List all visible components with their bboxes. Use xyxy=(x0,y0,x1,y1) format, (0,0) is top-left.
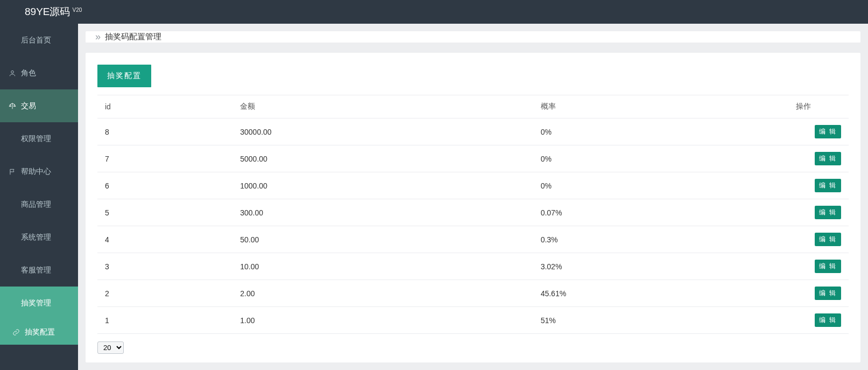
breadcrumb: » 抽奖码配置管理 xyxy=(86,31,860,43)
brand: 89YE源码 V20 xyxy=(25,5,82,19)
cell-probability: 45.61% xyxy=(533,280,789,307)
cell-id: 4 xyxy=(97,226,232,253)
sidebar-item-label: 客服管理 xyxy=(21,266,51,275)
scale-icon xyxy=(8,102,17,110)
table-row: 310.003.02%编 辑 xyxy=(97,253,849,280)
table-row: 11.0051%编 辑 xyxy=(97,307,849,334)
cell-actions: 编 辑 xyxy=(788,199,849,226)
sidebar-item-help[interactable]: 帮助中心 xyxy=(0,155,78,188)
sidebar-item-service[interactable]: 客服管理 xyxy=(0,254,78,287)
sidebar-item-label: 帮助中心 xyxy=(21,167,51,177)
cell-id: 6 xyxy=(97,172,232,199)
sidebar-item-products[interactable]: 商品管理 xyxy=(0,188,78,221)
sidebar-item-system[interactable]: 系统管理 xyxy=(0,221,78,254)
cell-amount: 2.00 xyxy=(232,280,533,307)
table-row: 830000.000%编 辑 xyxy=(97,118,849,145)
th-amount: 金额 xyxy=(232,95,533,118)
edit-button[interactable]: 编 辑 xyxy=(815,313,841,327)
page-size-select[interactable]: 20 xyxy=(97,341,124,354)
cell-amount: 5000.00 xyxy=(232,145,533,172)
cell-actions: 编 辑 xyxy=(788,226,849,253)
table-row: 61000.000%编 辑 xyxy=(97,172,849,199)
th-ops: 操作 xyxy=(788,95,849,118)
cell-amount: 1000.00 xyxy=(232,172,533,199)
sidebar-item-label: 交易 xyxy=(21,101,36,111)
sidebar-item-label: 抽奖管理 xyxy=(21,298,51,308)
sidebar-item-label: 权限管理 xyxy=(21,134,51,144)
cell-probability: 0% xyxy=(533,172,789,199)
cell-amount: 30000.00 xyxy=(232,118,533,145)
sidebar-item-label: 商品管理 xyxy=(21,200,51,210)
edit-button[interactable]: 编 辑 xyxy=(815,206,841,219)
cell-id: 2 xyxy=(97,280,232,307)
edit-button[interactable]: 编 辑 xyxy=(815,233,841,246)
th-prob: 概率 xyxy=(533,95,789,118)
cell-actions: 编 辑 xyxy=(788,280,849,307)
table-row: 5300.000.07%编 辑 xyxy=(97,199,849,226)
main: » 抽奖码配置管理 抽奖配置 id 金额 概率 操作 830000.000%编 … xyxy=(78,24,868,370)
cell-id: 1 xyxy=(97,307,232,334)
cell-id: 7 xyxy=(97,145,232,172)
sidebar-item-label: 后台首页 xyxy=(21,36,51,45)
svg-point-0 xyxy=(11,71,14,73)
chevron-double-right-icon: » xyxy=(95,31,101,43)
sidebar-item-label: 角色 xyxy=(21,68,36,78)
table-row: 22.0045.61%编 辑 xyxy=(97,280,849,307)
lottery-config-button[interactable]: 抽奖配置 xyxy=(97,65,151,87)
table-row: 450.000.3%编 辑 xyxy=(97,226,849,253)
flag-icon xyxy=(8,168,17,176)
edit-button[interactable]: 编 辑 xyxy=(815,152,841,165)
pager: 20 xyxy=(97,341,849,354)
cell-probability: 51% xyxy=(533,307,789,334)
cell-actions: 编 辑 xyxy=(788,253,849,280)
breadcrumb-title: 抽奖码配置管理 xyxy=(105,32,161,42)
cell-probability: 0% xyxy=(533,145,789,172)
user-icon xyxy=(8,69,17,77)
topbar: 89YE源码 V20 xyxy=(0,0,868,24)
edit-button[interactable]: 编 辑 xyxy=(815,179,841,192)
link-icon xyxy=(12,329,20,336)
sidebar-item-home[interactable]: 后台首页 xyxy=(0,24,78,57)
cell-id: 8 xyxy=(97,118,232,145)
content-panel: 抽奖配置 id 金额 概率 操作 830000.000%编 辑75000.000… xyxy=(86,53,860,362)
cell-amount: 10.00 xyxy=(232,253,533,280)
cell-actions: 编 辑 xyxy=(788,145,849,172)
cell-id: 5 xyxy=(97,199,232,226)
cell-probability: 0.3% xyxy=(533,226,789,253)
sidebar-item-lottery[interactable]: 抽奖管理 xyxy=(0,287,78,319)
brand-name: 89YE源码 xyxy=(25,5,70,19)
cell-actions: 编 辑 xyxy=(788,307,849,334)
edit-button[interactable]: 编 辑 xyxy=(815,260,841,273)
cell-actions: 编 辑 xyxy=(788,172,849,199)
cell-probability: 3.02% xyxy=(533,253,789,280)
sidebar-subitem-label: 抽奖配置 xyxy=(25,327,55,337)
cell-id: 3 xyxy=(97,253,232,280)
sidebar-item-trade[interactable]: 交易 xyxy=(0,89,78,122)
sidebar-item-label: 系统管理 xyxy=(21,233,51,242)
sidebar-subitem-lottery-config[interactable]: 抽奖配置 xyxy=(0,319,78,345)
cell-actions: 编 辑 xyxy=(788,118,849,145)
brand-version: V20 xyxy=(72,7,82,13)
cell-amount: 1.00 xyxy=(232,307,533,334)
th-id: id xyxy=(97,95,232,118)
sidebar-item-roles[interactable]: 角色 xyxy=(0,57,78,89)
cell-amount: 300.00 xyxy=(232,199,533,226)
edit-button[interactable]: 编 辑 xyxy=(815,287,841,300)
cell-probability: 0.07% xyxy=(533,199,789,226)
table-row: 75000.000%编 辑 xyxy=(97,145,849,172)
lottery-table: id 金额 概率 操作 830000.000%编 辑75000.000%编 辑6… xyxy=(97,95,849,334)
sidebar-item-permissions[interactable]: 权限管理 xyxy=(0,122,78,155)
sidebar: 后台首页 角色 交易 权限管理 xyxy=(0,24,78,370)
edit-button[interactable]: 编 辑 xyxy=(815,125,841,138)
table-header-row: id 金额 概率 操作 xyxy=(97,95,849,118)
cell-probability: 0% xyxy=(533,118,789,145)
cell-amount: 50.00 xyxy=(232,226,533,253)
